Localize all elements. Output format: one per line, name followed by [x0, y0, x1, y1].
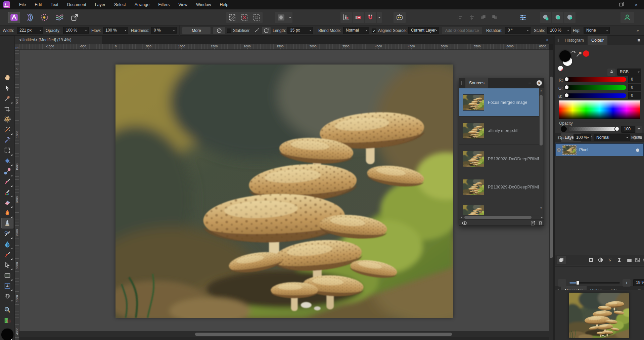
hardness-combo[interactable]: 0 % — [151, 27, 177, 34]
g-value-box[interactable]: 0 — [628, 84, 641, 91]
zoom-out-button[interactable]: − — [558, 279, 566, 287]
selection-brush-tool[interactable] — [3, 115, 12, 124]
layers-opacity-combo[interactable]: 100 % — [573, 134, 591, 141]
menu-file[interactable]: File — [15, 0, 30, 9]
sources-horizontal-scrollbar[interactable]: ◄ ► — [460, 215, 544, 219]
rope-stabiliser-button[interactable] — [252, 27, 261, 34]
zoom-in-button[interactable]: + — [623, 279, 631, 287]
menu-help[interactable]: Help — [216, 0, 233, 9]
overflow-chevron[interactable]: » — [637, 28, 639, 33]
source-item[interactable]: Focus merged image — [459, 88, 539, 117]
r-channel-slider[interactable] — [565, 77, 626, 82]
picked-colour-swatch[interactable] — [583, 50, 589, 57]
toggle-ui-button[interactable] — [517, 12, 529, 23]
navigator-thumbnail[interactable] — [569, 293, 629, 338]
source-visibility-eye-icon[interactable] — [462, 220, 468, 226]
snapping-toggle-button[interactable] — [365, 12, 376, 23]
link-layers-button[interactable] — [557, 256, 566, 264]
marquee-select-tool[interactable] — [3, 146, 12, 155]
flip-combo[interactable]: None — [584, 27, 610, 34]
tab-histogram[interactable]: Histogram — [561, 36, 588, 45]
colour-picker-dropper-icon[interactable] — [576, 50, 583, 58]
smudge-tool[interactable] — [3, 250, 12, 259]
menu-layer[interactable]: Layer — [91, 0, 110, 9]
r-slider-knob[interactable] — [564, 77, 569, 82]
live-filter-fx-icon[interactable]: fx — [607, 257, 613, 263]
erase-brush-tool[interactable] — [3, 198, 12, 207]
document-tab[interactable]: <Untitled> [Modified] (19.4%) — [15, 36, 102, 44]
menu-filters[interactable]: Filters — [154, 0, 174, 9]
move-tool[interactable] — [3, 84, 12, 92]
inpainting-brush-tool[interactable] — [3, 125, 12, 134]
menu-select[interactable]: Select — [110, 0, 130, 9]
menu-window[interactable]: Window — [192, 0, 215, 9]
opacity-slider[interactable] — [569, 127, 619, 131]
menu-view[interactable]: View — [174, 0, 192, 9]
quick-mask-button[interactable] — [275, 12, 287, 23]
tab-colour[interactable]: Colour — [588, 36, 607, 45]
rotation-combo[interactable]: 0 ° — [505, 27, 531, 34]
source-item[interactable]: PB130928-DxODeepPRIME XD2 — [459, 145, 539, 173]
group-layers-folder-icon[interactable] — [627, 257, 632, 263]
scroll-left-icon[interactable]: ◄ — [460, 216, 463, 219]
flow-combo[interactable]: 100 % — [103, 27, 128, 34]
source-item-partial[interactable] — [459, 201, 539, 215]
scale-combo[interactable]: 100 % — [547, 27, 571, 34]
mesh-warp-tool[interactable] — [3, 292, 12, 301]
opacity-chevron[interactable] — [636, 126, 642, 133]
hourglass-icon[interactable] — [616, 257, 622, 263]
foreground-colour-circle[interactable] — [559, 50, 571, 62]
tab-close-icon[interactable]: × — [544, 36, 551, 44]
source-item[interactable]: PB130929-DxODeepPRIME XD2 — [459, 173, 539, 201]
paint-brush-tool[interactable] — [3, 177, 12, 186]
minimize-button[interactable]: − — [598, 0, 613, 9]
zoom-slider[interactable] — [569, 282, 620, 284]
menu-document[interactable]: Document — [63, 0, 91, 9]
panel-grip-icon[interactable] — [557, 39, 559, 42]
sources-tab[interactable]: Sources — [465, 78, 488, 88]
sources-vertical-scrollbar[interactable]: ▲ ▼ — [539, 88, 543, 211]
vertical-scrollbar-thumb[interactable] — [550, 77, 553, 258]
rectangle-tool[interactable] — [3, 271, 12, 280]
opacity-combo[interactable]: 100 % — [63, 27, 89, 34]
flood-select-tool[interactable] — [3, 136, 12, 144]
delete-source-trash-icon[interactable] — [538, 220, 543, 226]
scroll-up-icon[interactable]: ▲ — [539, 89, 543, 92]
layer-visibility-dot[interactable] — [636, 148, 639, 152]
deselect-button[interactable] — [238, 12, 250, 23]
colour-selector-well[interactable] — [1, 329, 14, 340]
invert-selection-button[interactable] — [250, 12, 263, 23]
width-combo[interactable]: 221 px — [17, 27, 43, 34]
layer-lock-icon[interactable] — [639, 135, 643, 140]
source-combo[interactable]: Current Layer — [408, 27, 439, 34]
gradient-tool[interactable] — [3, 167, 12, 176]
g-slider-knob[interactable] — [564, 85, 569, 90]
b-channel-slider[interactable] — [565, 93, 626, 98]
zoom-slider-knob[interactable] — [576, 281, 579, 285]
panel-grip-icon[interactable] — [461, 81, 463, 85]
colour-replacement-brush-tool[interactable] — [3, 188, 12, 197]
photo-persona-button[interactable] — [8, 12, 20, 23]
add-source-icon[interactable] — [530, 220, 536, 226]
liquify-persona-button[interactable] — [23, 12, 35, 23]
text-tool[interactable]: A — [3, 282, 12, 290]
b-slider-knob[interactable] — [564, 93, 569, 98]
insert-inside-button[interactable] — [564, 12, 576, 23]
dodge-burn-tool[interactable] — [3, 209, 12, 217]
blur-tool[interactable] — [3, 240, 12, 249]
source-item[interactable]: affinity merge.tiff — [459, 117, 539, 145]
b-value-box[interactable]: 0 — [628, 92, 641, 99]
menu-edit[interactable]: Edit — [30, 0, 46, 9]
insert-behind-button[interactable] — [540, 12, 551, 23]
colour-spectrum[interactable] — [559, 100, 640, 119]
blend-mode-combo[interactable]: Normal — [343, 27, 369, 34]
length-combo[interactable]: 35 px — [287, 27, 313, 34]
vertical-scrollbar[interactable] — [549, 50, 553, 340]
window-stabiliser-button[interactable] — [262, 27, 271, 34]
zoom-value-box[interactable]: 19 % — [633, 279, 644, 286]
horizontal-scrollbar-thumb[interactable] — [195, 333, 452, 336]
aligned-checkbox[interactable]: ✓ — [372, 29, 376, 33]
zoom-tool[interactable] — [3, 305, 12, 314]
develop-persona-button[interactable] — [38, 12, 50, 23]
layers-blend-combo[interactable]: Normal — [594, 134, 630, 141]
